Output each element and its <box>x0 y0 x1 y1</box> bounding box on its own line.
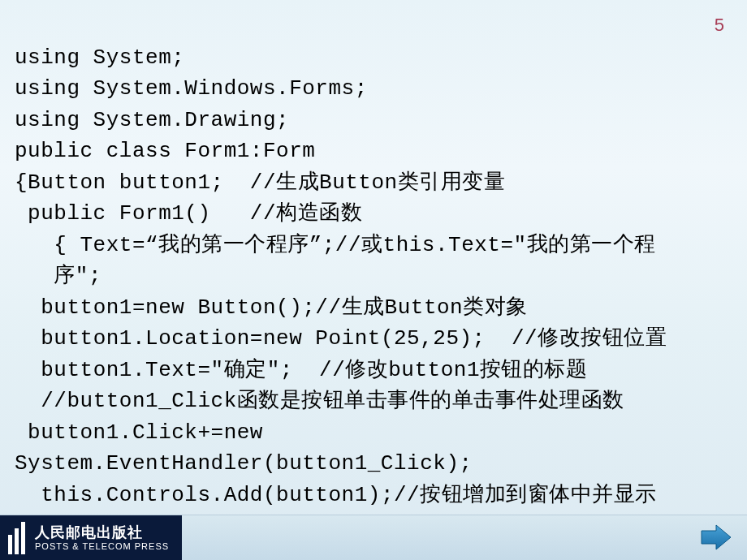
footer-bar: 人民邮电出版社 POSTS & TELECOM PRESS <box>0 515 747 560</box>
code-line: using System; <box>15 42 732 73</box>
arrow-right-icon <box>698 523 732 552</box>
page-number: 5 <box>715 15 724 36</box>
code-block: using System; using System.Windows.Forms… <box>0 0 747 542</box>
code-line: //button1_Click函数是按钮单击事件的单击事件处理函数 <box>15 386 732 416</box>
code-line: using System.Windows.Forms; <box>15 73 732 104</box>
code-line: this.Controls.Add(button1);//按钮增加到窗体中并显示 <box>15 480 732 510</box>
code-line: public class Form1:Form <box>15 136 732 166</box>
publisher-logo: 人民邮电出版社 POSTS & TELECOM PRESS <box>0 515 182 561</box>
svg-marker-0 <box>702 525 731 549</box>
publisher-name-cn: 人民邮电出版社 <box>35 524 169 541</box>
code-line: button1.Location=new Point(25,25); //修改按… <box>15 323 732 354</box>
code-line: button1.Click+=new System.EventHandler(b… <box>15 417 732 480</box>
code-line: {Button button1; //生成Button类引用变量 <box>15 167 732 198</box>
code-line: { Text=“我的第一个程序”;//或this.Text=″我的第一个程 <box>15 230 732 261</box>
logo-stripes-icon <box>8 522 25 554</box>
code-line: using System.Drawing; <box>15 105 732 136</box>
code-line: button1=new Button();//生成Button类对象 <box>15 292 732 323</box>
code-line: 序″; <box>15 261 732 291</box>
publisher-name-en: POSTS & TELECOM PRESS <box>35 541 169 552</box>
code-line: public Form1() //构造函数 <box>15 198 732 229</box>
code-line: button1.Text=″确定″; //修改button1按钮的标题 <box>15 355 732 386</box>
next-arrow-button[interactable] <box>698 523 732 552</box>
